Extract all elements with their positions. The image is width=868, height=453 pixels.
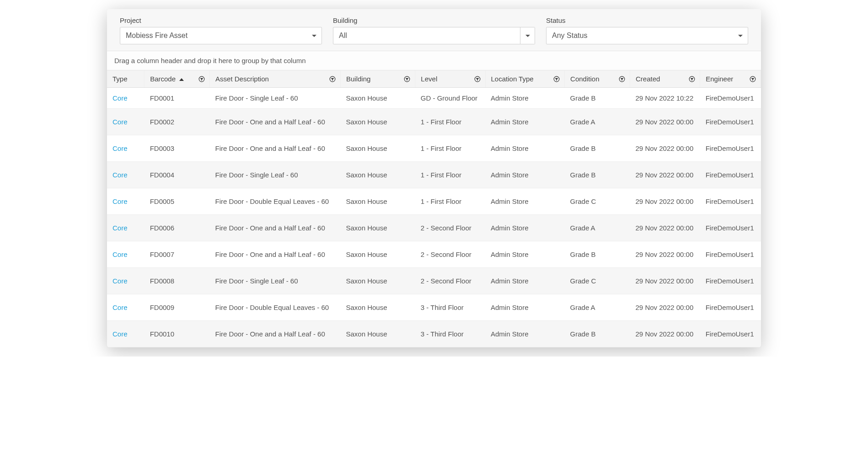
cell-condition: Grade C bbox=[565, 268, 630, 294]
cell-location-type: Admin Store bbox=[485, 268, 565, 294]
cell-building: Saxon House bbox=[341, 162, 415, 188]
cell-type[interactable]: Core bbox=[107, 241, 145, 268]
type-link[interactable]: Core bbox=[113, 144, 128, 152]
cell-building: Saxon House bbox=[341, 321, 415, 347]
type-link[interactable]: Core bbox=[113, 118, 128, 126]
chevron-down-icon bbox=[733, 27, 748, 44]
col-header-engineer[interactable]: Engineer bbox=[700, 70, 761, 88]
type-link[interactable]: Core bbox=[113, 224, 128, 232]
col-header-label: Engineer bbox=[706, 75, 733, 83]
type-link[interactable]: Core bbox=[113, 94, 128, 102]
cell-level: 1 - First Floor bbox=[415, 109, 485, 135]
cell-engineer: FireDemoUser1 bbox=[700, 135, 761, 162]
cell-barcode: FD0001 bbox=[145, 88, 210, 109]
filter-icon[interactable] bbox=[688, 75, 696, 83]
filter-project: Project Mobiess Fire Asset bbox=[120, 16, 322, 44]
cell-condition: Grade A bbox=[565, 294, 630, 321]
cell-type[interactable]: Core bbox=[107, 188, 145, 215]
table-row[interactable]: CoreFD0005Fire Door - Double Equal Leave… bbox=[107, 188, 761, 215]
col-header-label: Location Type bbox=[491, 75, 534, 83]
cell-created: 29 Nov 2022 00:00 bbox=[630, 135, 700, 162]
table-row[interactable]: CoreFD0003Fire Door - One and a Half Lea… bbox=[107, 135, 761, 162]
col-header-label: Created bbox=[636, 75, 660, 83]
filter-icon[interactable] bbox=[198, 75, 206, 83]
filter-status: Status Any Status bbox=[546, 16, 748, 44]
cell-type[interactable]: Core bbox=[107, 294, 145, 321]
cell-barcode: FD0010 bbox=[145, 321, 210, 347]
type-link[interactable]: Core bbox=[113, 250, 128, 258]
col-header-label: Condition bbox=[570, 75, 599, 83]
cell-barcode: FD0009 bbox=[145, 294, 210, 321]
cell-location-type: Admin Store bbox=[485, 241, 565, 268]
table-row[interactable]: CoreFD0006Fire Door - One and a Half Lea… bbox=[107, 215, 761, 241]
table-row[interactable]: CoreFD0002Fire Door - One and a Half Lea… bbox=[107, 109, 761, 135]
status-dropdown[interactable]: Any Status bbox=[546, 27, 748, 44]
cell-engineer: FireDemoUser1 bbox=[700, 109, 761, 135]
cell-type[interactable]: Core bbox=[107, 135, 145, 162]
filter-status-label: Status bbox=[546, 16, 748, 24]
cell-level: 2 - Second Floor bbox=[415, 241, 485, 268]
cell-created: 29 Nov 2022 00:00 bbox=[630, 109, 700, 135]
cell-type[interactable]: Core bbox=[107, 88, 145, 109]
type-link[interactable]: Core bbox=[113, 171, 128, 179]
table-row[interactable]: CoreFD0007Fire Door - One and a Half Lea… bbox=[107, 241, 761, 268]
cell-type[interactable]: Core bbox=[107, 321, 145, 347]
filter-icon[interactable] bbox=[552, 75, 561, 83]
cell-building: Saxon House bbox=[341, 241, 415, 268]
cell-building: Saxon House bbox=[341, 268, 415, 294]
table-row[interactable]: CoreFD0001Fire Door - Single Leaf - 60Sa… bbox=[107, 88, 761, 109]
cell-building: Saxon House bbox=[341, 135, 415, 162]
cell-level: 1 - First Floor bbox=[415, 188, 485, 215]
asset-panel: Project Mobiess Fire Asset Building All … bbox=[107, 9, 761, 347]
type-link[interactable]: Core bbox=[113, 304, 128, 311]
table-row[interactable]: CoreFD0010Fire Door - One and a Half Lea… bbox=[107, 321, 761, 347]
cell-building: Saxon House bbox=[341, 294, 415, 321]
filter-icon[interactable] bbox=[473, 75, 482, 83]
col-header-type[interactable]: Type bbox=[107, 70, 145, 88]
filter-project-label: Project bbox=[120, 16, 322, 24]
col-header-level[interactable]: Level bbox=[415, 70, 485, 88]
cell-engineer: FireDemoUser1 bbox=[700, 294, 761, 321]
col-header-barcode[interactable]: Barcode bbox=[145, 70, 210, 88]
cell-level: 2 - Second Floor bbox=[415, 268, 485, 294]
cell-condition: Grade B bbox=[565, 162, 630, 188]
cell-asset-description: Fire Door - Single Leaf - 60 bbox=[210, 162, 341, 188]
col-header-location-type[interactable]: Location Type bbox=[485, 70, 565, 88]
col-header-condition[interactable]: Condition bbox=[565, 70, 630, 88]
cell-level: 1 - First Floor bbox=[415, 135, 485, 162]
filter-icon[interactable] bbox=[618, 75, 626, 83]
cell-engineer: FireDemoUser1 bbox=[700, 215, 761, 241]
cell-asset-description: Fire Door - Double Equal Leaves - 60 bbox=[210, 294, 341, 321]
cell-asset-description: Fire Door - Double Equal Leaves - 60 bbox=[210, 188, 341, 215]
type-link[interactable]: Core bbox=[113, 330, 128, 338]
cell-barcode: FD0008 bbox=[145, 268, 210, 294]
cell-condition: Grade A bbox=[565, 109, 630, 135]
type-link[interactable]: Core bbox=[113, 197, 128, 205]
filter-icon[interactable] bbox=[328, 75, 337, 83]
cell-type[interactable]: Core bbox=[107, 268, 145, 294]
col-header-label: Level bbox=[421, 75, 437, 83]
filter-icon[interactable] bbox=[403, 75, 411, 83]
cell-building: Saxon House bbox=[341, 109, 415, 135]
cell-created: 29 Nov 2022 00:00 bbox=[630, 188, 700, 215]
cell-type[interactable]: Core bbox=[107, 109, 145, 135]
cell-type[interactable]: Core bbox=[107, 162, 145, 188]
type-link[interactable]: Core bbox=[113, 277, 128, 285]
table-row[interactable]: CoreFD0009Fire Door - Double Equal Leave… bbox=[107, 294, 761, 321]
filter-icon[interactable] bbox=[749, 75, 757, 83]
building-dropdown[interactable]: All bbox=[333, 27, 535, 44]
cell-type[interactable]: Core bbox=[107, 215, 145, 241]
col-header-label: Building bbox=[346, 75, 370, 83]
cell-condition: Grade A bbox=[565, 215, 630, 241]
col-header-created[interactable]: Created bbox=[630, 70, 700, 88]
project-dropdown[interactable]: Mobiess Fire Asset bbox=[120, 27, 322, 44]
col-header-asset-description[interactable]: Asset Description bbox=[210, 70, 341, 88]
col-header-label: Barcode bbox=[150, 75, 176, 83]
table-row[interactable]: CoreFD0004Fire Door - Single Leaf - 60Sa… bbox=[107, 162, 761, 188]
table-row[interactable]: CoreFD0008Fire Door - Single Leaf - 60Sa… bbox=[107, 268, 761, 294]
cell-barcode: FD0006 bbox=[145, 215, 210, 241]
cell-asset-description: Fire Door - Single Leaf - 60 bbox=[210, 268, 341, 294]
col-header-building[interactable]: Building bbox=[341, 70, 415, 88]
cell-level: 3 - Third Floor bbox=[415, 321, 485, 347]
group-by-dropzone[interactable]: Drag a column header and drop it here to… bbox=[107, 51, 761, 70]
